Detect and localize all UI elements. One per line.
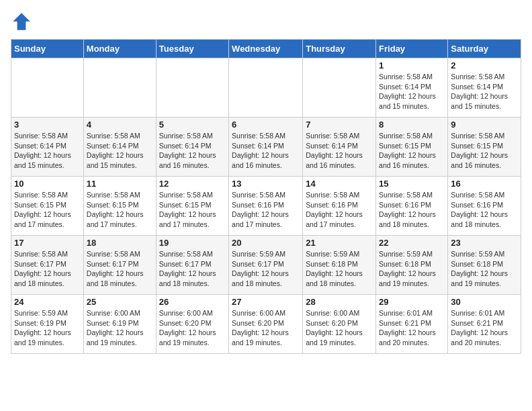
calendar-cell [303,58,376,118]
week-row-4: 24Sunrise: 5:59 AM Sunset: 6:19 PM Dayli… [11,295,521,354]
calendar-cell: 12Sunrise: 5:58 AM Sunset: 6:15 PM Dayli… [156,177,228,236]
day-number: 15 [379,179,445,189]
day-info: Sunrise: 5:58 AM Sunset: 6:17 PM Dayligh… [159,249,226,289]
calendar-header: SundayMondayTuesdayWednesdayThursdayFrid… [11,40,521,58]
calendar-cell: 23Sunrise: 5:59 AM Sunset: 6:18 PM Dayli… [448,236,521,295]
day-info: Sunrise: 5:59 AM Sunset: 6:18 PM Dayligh… [306,249,373,289]
day-number: 12 [159,179,226,189]
day-number: 18 [87,238,153,248]
svg-marker-0 [13,13,30,30]
calendar-cell: 16Sunrise: 5:58 AM Sunset: 6:16 PM Dayli… [448,177,521,236]
day-number: 20 [232,238,300,248]
day-info: Sunrise: 6:00 AM Sunset: 6:20 PM Dayligh… [306,308,373,348]
day-info: Sunrise: 5:58 AM Sunset: 6:15 PM Dayligh… [14,190,81,230]
day-number: 4 [87,120,153,130]
page-header [11,11,521,32]
day-number: 6 [232,120,300,130]
calendar-cell: 1Sunrise: 5:58 AM Sunset: 6:14 PM Daylig… [376,58,448,118]
day-number: 27 [232,297,300,307]
calendar-cell: 8Sunrise: 5:58 AM Sunset: 6:15 PM Daylig… [376,118,448,177]
weekday-tuesday: Tuesday [156,40,228,58]
calendar-cell: 11Sunrise: 5:58 AM Sunset: 6:15 PM Dayli… [83,177,156,236]
day-info: Sunrise: 5:58 AM Sunset: 6:17 PM Dayligh… [14,249,81,289]
day-number: 14 [306,179,373,189]
day-number: 2 [451,60,518,71]
day-number: 1 [379,60,445,71]
calendar-cell: 26Sunrise: 6:00 AM Sunset: 6:20 PM Dayli… [156,295,228,354]
day-info: Sunrise: 6:00 AM Sunset: 6:20 PM Dayligh… [159,308,226,348]
day-info: Sunrise: 5:58 AM Sunset: 6:15 PM Dayligh… [451,131,518,171]
calendar-cell: 22Sunrise: 5:59 AM Sunset: 6:18 PM Dayli… [376,236,448,295]
day-number: 19 [159,238,226,248]
day-info: Sunrise: 5:58 AM Sunset: 6:17 PM Dayligh… [87,249,153,289]
day-number: 7 [306,120,373,130]
day-info: Sunrise: 6:00 AM Sunset: 6:20 PM Dayligh… [232,308,300,348]
day-info: Sunrise: 5:58 AM Sunset: 6:14 PM Dayligh… [159,131,226,171]
day-info: Sunrise: 5:58 AM Sunset: 6:15 PM Dayligh… [379,131,445,171]
day-number: 5 [159,120,226,130]
calendar-cell: 18Sunrise: 5:58 AM Sunset: 6:17 PM Dayli… [83,236,156,295]
week-row-2: 10Sunrise: 5:58 AM Sunset: 6:15 PM Dayli… [11,177,521,236]
calendar-cell: 21Sunrise: 5:59 AM Sunset: 6:18 PM Dayli… [303,236,376,295]
day-number: 23 [451,238,518,248]
day-info: Sunrise: 5:59 AM Sunset: 6:17 PM Dayligh… [232,249,300,289]
calendar-cell: 27Sunrise: 6:00 AM Sunset: 6:20 PM Dayli… [229,295,303,354]
calendar-cell: 14Sunrise: 5:58 AM Sunset: 6:16 PM Dayli… [303,177,376,236]
day-info: Sunrise: 5:59 AM Sunset: 6:18 PM Dayligh… [451,249,518,289]
day-info: Sunrise: 6:01 AM Sunset: 6:21 PM Dayligh… [379,308,445,348]
calendar-cell: 19Sunrise: 5:58 AM Sunset: 6:17 PM Dayli… [156,236,228,295]
calendar-cell: 25Sunrise: 6:00 AM Sunset: 6:19 PM Dayli… [83,295,156,354]
day-info: Sunrise: 5:58 AM Sunset: 6:16 PM Dayligh… [306,190,373,230]
calendar-cell: 29Sunrise: 6:01 AM Sunset: 6:21 PM Dayli… [376,295,448,354]
day-number: 22 [379,238,445,248]
day-info: Sunrise: 5:58 AM Sunset: 6:14 PM Dayligh… [87,131,153,171]
day-number: 26 [159,297,226,307]
day-info: Sunrise: 6:01 AM Sunset: 6:21 PM Dayligh… [451,308,518,348]
calendar-cell [83,58,156,118]
calendar-cell [229,58,303,118]
calendar-body: 1Sunrise: 5:58 AM Sunset: 6:14 PM Daylig… [11,58,521,354]
week-row-0: 1Sunrise: 5:58 AM Sunset: 6:14 PM Daylig… [11,58,521,118]
day-number: 30 [451,297,518,307]
day-info: Sunrise: 5:58 AM Sunset: 6:14 PM Dayligh… [14,131,81,171]
calendar-table: SundayMondayTuesdayWednesdayThursdayFrid… [11,39,521,354]
calendar-cell: 3Sunrise: 5:58 AM Sunset: 6:14 PM Daylig… [11,118,84,177]
weekday-header-row: SundayMondayTuesdayWednesdayThursdayFrid… [11,40,521,58]
week-row-3: 17Sunrise: 5:58 AM Sunset: 6:17 PM Dayli… [11,236,521,295]
day-number: 16 [451,179,518,189]
day-info: Sunrise: 5:58 AM Sunset: 6:15 PM Dayligh… [87,190,153,230]
day-info: Sunrise: 5:58 AM Sunset: 6:15 PM Dayligh… [159,190,226,230]
day-number: 8 [379,120,445,130]
day-info: Sunrise: 5:58 AM Sunset: 6:14 PM Dayligh… [232,131,300,171]
day-number: 11 [87,179,153,189]
day-info: Sunrise: 5:58 AM Sunset: 6:14 PM Dayligh… [451,72,518,111]
day-number: 28 [306,297,373,307]
calendar-cell: 28Sunrise: 6:00 AM Sunset: 6:20 PM Dayli… [303,295,376,354]
calendar-cell: 4Sunrise: 5:58 AM Sunset: 6:14 PM Daylig… [83,118,156,177]
weekday-friday: Friday [376,40,448,58]
day-number: 3 [14,120,81,130]
day-info: Sunrise: 5:58 AM Sunset: 6:16 PM Dayligh… [451,190,518,230]
day-number: 13 [232,179,300,189]
calendar-cell: 13Sunrise: 5:58 AM Sunset: 6:16 PM Dayli… [229,177,303,236]
day-info: Sunrise: 5:59 AM Sunset: 6:19 PM Dayligh… [14,308,81,348]
calendar-cell: 5Sunrise: 5:58 AM Sunset: 6:14 PM Daylig… [156,118,228,177]
day-number: 21 [306,238,373,248]
day-info: Sunrise: 5:58 AM Sunset: 6:16 PM Dayligh… [379,190,445,230]
day-number: 9 [451,120,518,130]
weekday-wednesday: Wednesday [229,40,303,58]
calendar-cell: 7Sunrise: 5:58 AM Sunset: 6:14 PM Daylig… [303,118,376,177]
calendar-cell: 30Sunrise: 6:01 AM Sunset: 6:21 PM Dayli… [448,295,521,354]
day-info: Sunrise: 5:58 AM Sunset: 6:14 PM Dayligh… [306,131,373,171]
day-info: Sunrise: 5:58 AM Sunset: 6:16 PM Dayligh… [232,190,300,230]
day-info: Sunrise: 5:59 AM Sunset: 6:18 PM Dayligh… [379,249,445,289]
day-number: 25 [87,297,153,307]
calendar-cell [156,58,228,118]
logo [11,11,35,32]
day-number: 29 [379,297,445,307]
day-info: Sunrise: 6:00 AM Sunset: 6:19 PM Dayligh… [87,308,153,348]
day-number: 10 [14,179,81,189]
calendar-cell: 15Sunrise: 5:58 AM Sunset: 6:16 PM Dayli… [376,177,448,236]
weekday-thursday: Thursday [303,40,376,58]
weekday-saturday: Saturday [448,40,521,58]
